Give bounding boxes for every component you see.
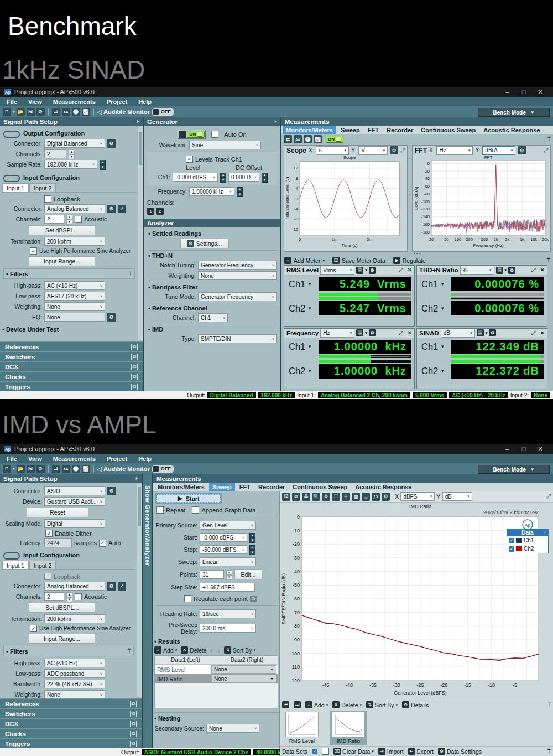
menu-file[interactable]: File [7, 99, 17, 105]
enable-dither-checkbox[interactable]: ✓ [45, 530, 53, 537]
legend-row-ch1[interactable]: ✓Ch1 [507, 536, 548, 545]
meter-unit-select[interactable]: Vrms▾ [320, 266, 354, 275]
input-meter-icon[interactable]: ⭧ [118, 205, 126, 213]
meter-bar-icon[interactable]: 𝄛 [356, 267, 363, 274]
ch1-checkbox[interactable]: ✓ [509, 538, 514, 543]
loopback-checkbox[interactable] [44, 195, 51, 203]
acoustic-checkbox[interactable] [75, 593, 82, 600]
input-range-button[interactable]: Input Range... [29, 634, 95, 644]
loopback-checkbox[interactable] [44, 573, 51, 580]
open-panel-icon[interactable]: ⧉ [130, 731, 137, 737]
latency-auto-checkbox[interactable]: ✓ [99, 540, 106, 547]
signal-path-scrollbar[interactable] [138, 127, 143, 340]
menu-view[interactable]: View [28, 455, 42, 462]
meter-expand-icon[interactable]: ⤢ [531, 330, 536, 336]
device-select[interactable]: Gustard USB Audi...˅ [44, 497, 105, 506]
minimize-button[interactable]: – [499, 446, 515, 453]
output-channels-input[interactable]: 2 [44, 149, 66, 158]
graph-expand-icon[interactable]: ⤢ [546, 493, 551, 500]
frequency-spinner[interactable]: ▲▼ [237, 187, 243, 196]
sidebar-item-switchers[interactable]: Switchers⧉ [0, 351, 143, 361]
pan-icon[interactable]: ✥ [322, 493, 330, 501]
y-units-select[interactable]: dB▾ [442, 492, 472, 501]
scope-expand-icon[interactable]: ⤢ [400, 147, 405, 154]
audible-monitor-toggle[interactable]: OFF [152, 465, 174, 473]
x-units-select[interactable]: dBFS▾ [400, 492, 435, 501]
meter-close-icon[interactable]: ✕ [408, 330, 412, 336]
gen-channel-2-button[interactable]: 2 [156, 208, 164, 215]
thdn-weighting-select[interactable]: None˅ [198, 271, 277, 280]
tab-monitors-meters[interactable]: Monitors/Meters [283, 126, 336, 134]
sidebar-item-triggers[interactable]: Triggers⧉ [0, 738, 142, 748]
tab-acoustic-response[interactable]: Acoustic Response [352, 483, 415, 491]
result-row-rms-level[interactable]: RMS LevelNone▼ [155, 665, 278, 674]
meter-unit-select[interactable]: Hz▾ [320, 329, 354, 338]
regulate-gear-icon[interactable]: ⊕ [250, 596, 257, 602]
sweep-stop-input[interactable]: -50.000 dBFS˅ [200, 545, 247, 554]
dataset1-checkbox[interactable]: ✓ [312, 749, 317, 754]
step-size-input[interactable]: +1.667 dBFS [200, 583, 255, 592]
sidebar-item-triggers[interactable]: Triggers⧉ [0, 381, 143, 391]
eq-select[interactable]: None [44, 313, 105, 322]
new-project-icon[interactable]: 🗋 [3, 108, 11, 116]
move-down-button[interactable]: ↓ [217, 647, 220, 654]
fft-x-select[interactable]: Hz▾ [436, 146, 473, 155]
hpsa-checkbox[interactable]: ✓ [30, 625, 37, 632]
ch1-select[interactable]: Ch1 ▼ [286, 341, 317, 352]
ch2-select[interactable]: Ch2 ▼ [286, 366, 317, 376]
edit-points-button[interactable]: Edit... [234, 569, 262, 579]
dataset2-checkbox[interactable] [322, 748, 329, 755]
panel-pin-icon[interactable]: ⊦ [135, 475, 138, 481]
fft-y-select[interactable]: dBrA▾ [482, 146, 515, 155]
menu-help[interactable]: Help [138, 99, 152, 105]
ch2-select[interactable]: Ch2 ▼ [286, 303, 317, 314]
termination-select[interactable]: 200 kohm˅ [44, 237, 105, 246]
bench-mode-button[interactable]: Bench Mode▼ [478, 465, 550, 474]
reading-rate-select[interactable]: 16/sec˅ [200, 609, 256, 618]
reset-button[interactable]: Reset [27, 508, 88, 517]
ch1-level-input[interactable]: -0.000 dBFS˅ [173, 173, 218, 182]
input-channels-input[interactable]: 2 [44, 215, 64, 224]
collapse-icon[interactable]: ⍡ [547, 257, 550, 264]
tab-sweep[interactable]: Sweep [337, 126, 363, 134]
scope-settings-gear-icon[interactable]: ⚙ [390, 146, 398, 154]
waveform-select[interactable]: Sine˅ [189, 141, 261, 149]
swap-io-icon[interactable]: ⇄ [52, 465, 60, 473]
points-input[interactable]: 31 [200, 570, 224, 579]
new-project-icon[interactable]: 🗋 [3, 465, 11, 473]
tab-continuous-sweep[interactable]: Continuous Sweep [418, 126, 479, 134]
sidebar-item-references[interactable]: References⧉ [0, 698, 142, 708]
settled-settings-button[interactable]: ⚙Settings... [180, 239, 229, 248]
meter-gear-icon[interactable]: ⚙ [489, 329, 496, 336]
open-panel-icon[interactable]: ⧉ [131, 354, 138, 360]
legend-row-ch2[interactable]: ✓Ch2 [507, 545, 548, 553]
result-row-imd-ratio[interactable]: IMD RatioNone▼ [155, 674, 278, 683]
import-button[interactable]: ⇥Import [378, 748, 404, 755]
levels-track-checkbox[interactable]: ✓ [186, 156, 193, 163]
ch1-select[interactable]: Ch1 ▼ [286, 279, 317, 289]
sidebar-item-switchers[interactable]: Switchers⧉ [0, 708, 142, 718]
open-project-icon[interactable]: 📂 [17, 108, 25, 116]
meter-close-icon[interactable]: ✕ [408, 267, 412, 273]
result-add-button[interactable]: ＋Add▾ [154, 646, 177, 654]
title-bar[interactable]: Ap Project.approjx - APx500 v6.0 – □ ✕ [0, 87, 553, 97]
panel-pin-icon[interactable]: ⊦ [137, 118, 139, 125]
legend-pin-icon[interactable]: ⊦ [545, 530, 547, 535]
input-connector-gear-icon[interactable]: ⚙ [107, 582, 116, 591]
notch-tuning-select[interactable]: Generator Frequency˅ [198, 261, 277, 270]
sidebar-item-dcx[interactable]: DCX⧉ [0, 361, 143, 371]
fx-icon[interactable]: ƒx [372, 493, 380, 501]
swap-io-icon[interactable]: ⇄ [284, 135, 292, 143]
ch1-select[interactable]: Ch1 ▼ [419, 279, 450, 289]
sidebar-item-references[interactable]: References⧉ [0, 341, 143, 351]
show-generator-analyzer-strip[interactable]: Show Generator/Analyzer [143, 474, 152, 748]
start-button[interactable]: ▶Start [155, 493, 222, 504]
generator-on-toggle[interactable]: ON [178, 130, 206, 139]
save-icon[interactable]: 🖫 [27, 465, 35, 473]
print-icon[interactable]: 🖶 [302, 493, 310, 501]
tab-sweep[interactable]: Sweep [209, 483, 235, 491]
meter-gear-icon[interactable]: ⚙ [369, 329, 376, 336]
imd-data2-select[interactable]: None▼ [211, 675, 276, 683]
meter-bar-icon[interactable]: 𝄛 [496, 267, 503, 274]
frequency-input[interactable]: 1.00000 kHz˅ [189, 187, 234, 196]
